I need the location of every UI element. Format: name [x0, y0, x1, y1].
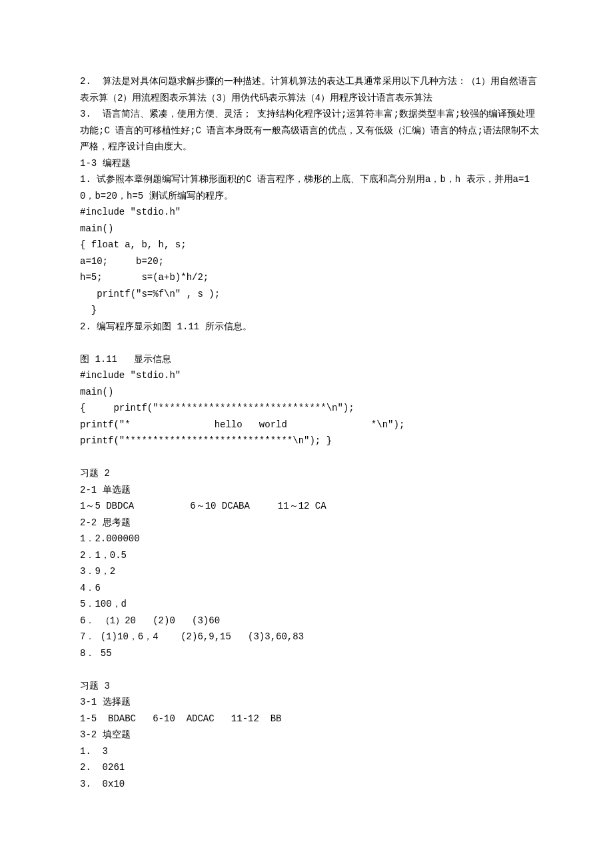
section-heading: 习题 3	[80, 678, 540, 695]
code-line: h=5; s=(a+b)*h/2;	[80, 269, 540, 286]
answer-line: 4．6	[80, 580, 540, 597]
section-heading: 3-1 选择题	[80, 694, 540, 711]
code-line: { printf("******************************…	[80, 400, 540, 417]
section-heading: 2-1 单选题	[80, 482, 540, 499]
answer-line: 2. 0261	[80, 759, 540, 776]
blank-line	[80, 449, 540, 466]
code-line: a=10; b=20;	[80, 253, 540, 270]
answer-line: 7． (1)10，6，4 (2)6,9,15 (3)3,60,83	[80, 629, 540, 645]
answer-line: 1. 3	[80, 743, 540, 760]
answer-line: 1．2.000000	[80, 531, 540, 547]
figure-caption: 图 1.11 显示信息	[80, 351, 540, 368]
code-line: main()	[80, 384, 540, 401]
answer-line: 3. 0x10	[80, 776, 540, 793]
code-line: { float a, b, h, s;	[80, 237, 540, 253]
answer-line: 3．9，2	[80, 563, 540, 580]
paragraph: 2. 编写程序显示如图 1.11 所示信息。	[80, 319, 540, 335]
blank-line	[80, 335, 540, 351]
code-line: printf("******************************\n…	[80, 433, 540, 449]
code-line: printf("s=%f\n" , s );	[80, 286, 540, 303]
answer-line: 2．1，0.5	[80, 547, 540, 564]
answer-line: 1～5 DBDCA 6～10 DCABA 11～12 CA	[80, 498, 540, 515]
code-line: }	[80, 302, 540, 319]
paragraph: 3. 语言简洁、紧凑，使用方便、灵活； 支持结构化程序设计;运算符丰富;数据类型…	[80, 106, 540, 155]
code-line: main()	[80, 221, 540, 237]
answer-line: 1-5 BDABC 6-10 ADCAC 11-12 BB	[80, 711, 540, 727]
code-line: #include "stdio.h"	[80, 204, 540, 221]
answer-line: 6． （1）20 (2)0 (3)60	[80, 613, 540, 629]
answer-line: 5．100，d	[80, 596, 540, 613]
answer-line: 8． 55	[80, 645, 540, 662]
section-heading: 习题 2	[80, 465, 540, 482]
code-line: printf("* hello world *\n");	[80, 417, 540, 433]
paragraph: 1. 试参照本章例题编写计算梯形面积的C 语言程序，梯形的上底、下底和高分别用a…	[80, 171, 540, 204]
section-heading: 1-3 编程题	[80, 155, 540, 172]
section-heading: 3-2 填空题	[80, 727, 540, 743]
code-line: #include "stdio.h"	[80, 367, 540, 384]
section-heading: 2-2 思考题	[80, 515, 540, 531]
paragraph: 2. 算法是对具体问题求解步骤的一种描述。计算机算法的表达工具通常采用以下几种方…	[80, 73, 540, 106]
blank-line	[80, 661, 540, 678]
